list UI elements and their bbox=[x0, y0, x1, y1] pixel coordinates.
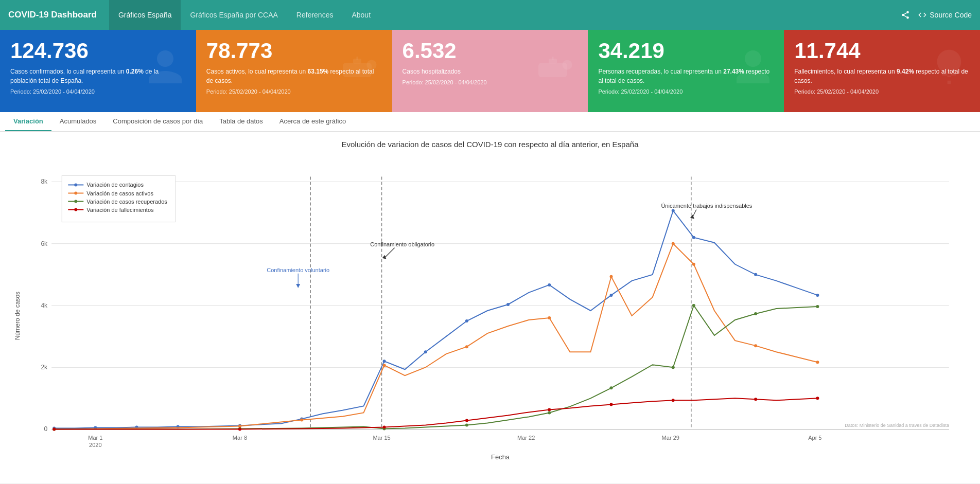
confirmed-icon bbox=[145, 46, 186, 96]
svg-text:Variación de contagios: Variación de contagios bbox=[86, 182, 144, 188]
svg-point-65 bbox=[300, 418, 303, 421]
svg-point-59 bbox=[672, 209, 675, 212]
chart-title: Evolución de variacion de casos del COVI… bbox=[10, 140, 970, 149]
svg-point-1 bbox=[902, 14, 905, 16]
svg-point-88 bbox=[548, 408, 551, 411]
svg-point-6 bbox=[366, 60, 376, 69]
svg-point-104 bbox=[74, 208, 77, 211]
share-icon[interactable] bbox=[901, 10, 910, 20]
svg-point-72 bbox=[754, 344, 757, 347]
svg-text:Datos: Ministerio de Sanidad a: Datos: Ministerio de Sanidad a traves de… bbox=[845, 423, 949, 428]
svg-point-57 bbox=[548, 283, 551, 286]
tab-variacion[interactable]: Variación bbox=[5, 112, 51, 131]
stat-card-confirmed: 124.736 Casos confirmados, lo cual repre… bbox=[0, 30, 196, 112]
hospitalized-icon bbox=[536, 49, 577, 93]
svg-line-4 bbox=[904, 13, 907, 14]
svg-point-77 bbox=[465, 423, 468, 426]
svg-point-86 bbox=[383, 425, 386, 428]
svg-line-3 bbox=[904, 15, 907, 17]
svg-point-54 bbox=[424, 350, 427, 353]
stat-card-deaths: 11.744 Fallecimientos, lo cual represent… bbox=[784, 30, 980, 112]
svg-point-87 bbox=[465, 419, 468, 422]
svg-point-101 bbox=[74, 200, 77, 203]
svg-point-78 bbox=[548, 411, 551, 414]
svg-point-55 bbox=[465, 319, 468, 322]
stat-card-active: 78.773 Casos activos, lo cual representa… bbox=[196, 30, 392, 112]
svg-text:8k: 8k bbox=[41, 178, 48, 185]
svg-text:Confinamiento obligatorio: Confinamiento obligatorio bbox=[370, 241, 434, 247]
svg-text:Únicamente trabajos indispensa: Únicamente trabajos indispensables bbox=[661, 203, 752, 209]
main-chart-svg: Número de casos 0 2k 4k 6k 8k Mar 1 2020 bbox=[10, 154, 970, 473]
deaths-icon bbox=[929, 46, 970, 96]
svg-point-85 bbox=[238, 427, 241, 431]
svg-point-58 bbox=[609, 294, 612, 297]
svg-text:2k: 2k bbox=[41, 364, 48, 371]
svg-point-98 bbox=[74, 191, 77, 194]
svg-point-61 bbox=[754, 273, 757, 276]
svg-text:Mar 29: Mar 29 bbox=[662, 435, 679, 441]
svg-point-89 bbox=[609, 403, 612, 406]
tab-composicion[interactable]: Composición de casos por día bbox=[104, 112, 211, 131]
nav-item-graficos-ccaa[interactable]: Gráficos España por CCAA bbox=[181, 0, 287, 30]
svg-point-68 bbox=[548, 316, 551, 319]
svg-point-79 bbox=[609, 386, 612, 389]
nav-item-about[interactable]: About bbox=[342, 0, 380, 30]
svg-point-80 bbox=[672, 366, 675, 369]
svg-text:Número de casos: Número de casos bbox=[14, 292, 21, 340]
svg-point-90 bbox=[672, 399, 675, 402]
svg-point-56 bbox=[506, 303, 510, 306]
nav-brand: COVID-19 Dashboard bbox=[8, 10, 97, 20]
tab-tabla[interactable]: Tabla de datos bbox=[211, 112, 271, 131]
source-code-link[interactable]: Source Code bbox=[918, 11, 972, 19]
svg-point-53 bbox=[383, 360, 386, 363]
svg-text:2020: 2020 bbox=[89, 442, 102, 448]
stat-card-recovered: 34.219 Personas recuperadas, lo cual rep… bbox=[588, 30, 784, 112]
svg-point-83 bbox=[816, 305, 819, 308]
svg-text:Variación de casos recuperados: Variación de casos recuperados bbox=[86, 199, 167, 205]
svg-point-2 bbox=[907, 16, 909, 19]
nav-item-references[interactable]: References bbox=[287, 0, 343, 30]
svg-text:Variación de fallecimientos: Variación de fallecimientos bbox=[86, 207, 154, 213]
svg-text:Mar 22: Mar 22 bbox=[517, 435, 535, 441]
tabs-bar: Variación Acumulados Composición de caso… bbox=[0, 112, 980, 132]
svg-point-69 bbox=[609, 275, 612, 278]
svg-point-66 bbox=[383, 364, 386, 367]
svg-rect-8 bbox=[356, 57, 358, 60]
stat-card-hospitalized: 6.532 Casos hospitalizados Periodo: 25/0… bbox=[392, 30, 588, 112]
svg-rect-12 bbox=[552, 57, 554, 60]
svg-text:4k: 4k bbox=[41, 302, 48, 309]
svg-point-67 bbox=[465, 345, 468, 348]
svg-point-71 bbox=[692, 263, 695, 266]
svg-point-82 bbox=[754, 312, 757, 315]
svg-point-70 bbox=[672, 242, 675, 245]
nav-item-graficos-espana[interactable]: Gráficos España bbox=[109, 0, 181, 30]
svg-text:Variación de casos activos: Variación de casos activos bbox=[86, 190, 153, 196]
svg-point-10 bbox=[563, 60, 572, 69]
svg-text:Mar 1: Mar 1 bbox=[88, 435, 102, 441]
svg-point-91 bbox=[754, 398, 757, 401]
svg-text:0: 0 bbox=[44, 425, 47, 433]
svg-text:Mar 8: Mar 8 bbox=[233, 435, 247, 441]
active-icon bbox=[341, 49, 382, 93]
svg-text:Mar 15: Mar 15 bbox=[373, 435, 390, 441]
chart-area: Evolución de variacion de casos del COVI… bbox=[0, 132, 980, 483]
svg-text:Fecha: Fecha bbox=[491, 453, 510, 461]
svg-point-60 bbox=[692, 236, 695, 239]
svg-point-73 bbox=[816, 361, 819, 364]
svg-text:Apr 5: Apr 5 bbox=[808, 435, 821, 441]
chart-container: Número de casos 0 2k 4k 6k 8k Mar 1 2020 bbox=[10, 154, 970, 473]
tab-acumulados[interactable]: Acumulados bbox=[51, 112, 105, 131]
stat-cards: 124.736 Casos confirmados, lo cual repre… bbox=[0, 30, 980, 112]
svg-point-84 bbox=[52, 427, 56, 431]
recovered-icon bbox=[732, 46, 774, 96]
svg-point-62 bbox=[816, 294, 819, 297]
svg-text:6k: 6k bbox=[41, 240, 48, 247]
svg-point-0 bbox=[907, 11, 909, 14]
svg-point-81 bbox=[692, 304, 695, 307]
navbar: COVID-19 Dashboard Gráficos España Gráfi… bbox=[0, 0, 980, 30]
tab-acerca[interactable]: Acerca de este gráfico bbox=[271, 112, 354, 131]
svg-point-92 bbox=[816, 397, 819, 400]
svg-point-95 bbox=[74, 183, 77, 186]
svg-text:Confinamiento voluntario: Confinamiento voluntario bbox=[267, 267, 329, 273]
